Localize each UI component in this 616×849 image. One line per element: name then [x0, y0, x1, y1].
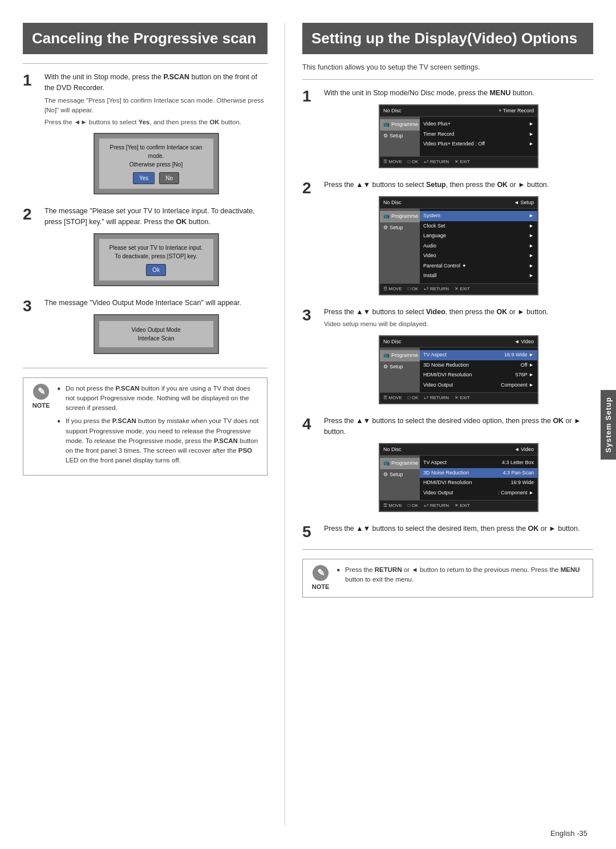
footer-bar: English -35: [550, 829, 587, 838]
right-step-2-text: Press the ▲▼ buttons to select Setup, th…: [324, 180, 593, 190]
note-icon-left: ✎: [33, 384, 49, 400]
step-3-text: The message "Video Output Mode Interlace…: [44, 298, 268, 308]
divider-1: [23, 63, 268, 64]
right-step-3-sub: Video setup menu will be displayed.: [324, 319, 593, 329]
step-num-1: 1: [23, 72, 40, 90]
note-label-right: ✎ NOTE: [310, 565, 331, 592]
right-title-box: Setting up the Display(Video) Options: [302, 23, 593, 54]
right-step-1: 1 With the unit in Stop mode/No Disc mod…: [302, 88, 593, 174]
left-step-1: 1 With the unit in Stop mode, press the …: [23, 72, 268, 200]
right-step-num-5: 5: [302, 523, 319, 541]
step-1-text: With the unit in Stop mode, press the P.…: [44, 72, 268, 94]
tv-menu-2: No Disc◄ Setup 📺 Programme ⚙ Setup Syste…: [379, 196, 538, 295]
screen-mockup-1: Press [Yes] to confirm Interlace scan mo…: [94, 133, 219, 194]
right-title: Setting up the Display(Video) Options: [311, 30, 584, 47]
screen-yes-btn: Yes: [133, 172, 155, 184]
right-column: Setting up the Display(Video) Options Th…: [285, 23, 593, 826]
step-1-sub2: Press the ◄► buttons to select Yes, and …: [44, 117, 268, 127]
right-step-2-content: Press the ▲▼ buttons to select Setup, th…: [324, 180, 593, 301]
step-2-content: The message "Please set your TV to Inter…: [44, 206, 268, 292]
step-1-pscan: P.SCAN: [163, 73, 189, 81]
right-note-box: ✎ NOTE Press the RETURN or ◄ button to r…: [302, 559, 593, 598]
right-step-3-content: Press the ▲▼ buttons to select Video, th…: [324, 307, 593, 411]
step-2-text: The message "Please set your TV to Inter…: [44, 206, 268, 228]
left-note-box: ✎ NOTE Do not press the P.SCAN button if…: [23, 377, 268, 476]
right-step-4-content: Press the ▲▼ buttons to select the desir…: [324, 416, 593, 518]
right-step-1-content: With the unit in Stop mode/No Disc mode,…: [324, 88, 593, 174]
footer-lang: English: [550, 829, 575, 838]
left-title: Canceling the Progressive scan: [32, 30, 258, 47]
divider-2: [23, 368, 268, 368]
right-step-3: 3 Press the ▲▼ buttons to select Video, …: [302, 307, 593, 411]
screen-mockup-3: Video Output Mode Interlace Scan: [94, 314, 219, 354]
screen-text-3: Video Output Mode Interlace Scan: [99, 321, 213, 347]
tv-menu-4: No Disc◄ Video 📺 Programme ⚙ Setup TV As…: [379, 443, 538, 513]
right-step-num-2: 2: [302, 180, 319, 197]
right-divider-1: [302, 79, 593, 80]
right-step-5-content: Press the ▲▼ buttons to select the desir…: [324, 523, 593, 537]
screen-text-1: Press [Yes] to confirm Interlace scan mo…: [99, 139, 213, 189]
right-step-3-text: Press the ▲▼ buttons to select Video, th…: [324, 307, 593, 318]
note-item-1: Do not press the P.SCAN button if you ar…: [58, 384, 260, 413]
step-1-sub1: The message "Press [Yes] to confirm Inte…: [44, 96, 268, 116]
right-step-num-1: 1: [302, 88, 319, 105]
note-label-left: ✎ NOTE: [30, 384, 52, 411]
system-setup-tab: System Setup: [601, 390, 616, 460]
screen-no-btn: No: [159, 172, 179, 184]
step-num-2: 2: [23, 206, 40, 224]
note-content-right: Press the RETURN or ◄ button to return t…: [337, 565, 586, 588]
note-item-2: If you press the P.SCAN button by mistak…: [58, 416, 260, 465]
right-divider-2: [302, 549, 593, 550]
tv-menu-2-header: No Disc◄ Setup: [380, 197, 537, 209]
step-1-content: With the unit in Stop mode, press the P.…: [44, 72, 268, 200]
right-step-1-text: With the unit in Stop mode/No Disc mode,…: [324, 88, 593, 99]
step-num-3: 3: [23, 298, 40, 315]
right-step-num-4: 4: [302, 416, 319, 433]
right-note-item-1: Press the RETURN or ◄ button to return t…: [337, 565, 586, 585]
screen-ok-btn: Ok: [146, 264, 166, 276]
right-step-4-text: Press the ▲▼ buttons to select the desir…: [324, 416, 593, 437]
screen-text-2: Please set your TV to Interlace input. T…: [99, 239, 213, 281]
right-step-5: 5 Press the ▲▼ buttons to select the des…: [302, 523, 593, 541]
left-column: Canceling the Progressive scan 1 With th…: [23, 23, 285, 826]
footer-page: -35: [577, 829, 587, 838]
tv-menu-4-header: No Disc◄ Video: [380, 444, 537, 456]
right-step-2: 2 Press the ▲▼ buttons to select Setup, …: [302, 180, 593, 301]
right-intro: This function allows you to setup the TV…: [302, 63, 593, 71]
tv-menu-3: No Disc◄ Video 📺 Programme ⚙ Setup TV As…: [379, 335, 538, 405]
screen-mockup-2: Please set your TV to Interlace input. T…: [94, 233, 219, 286]
note-content-left: Do not press the P.SCAN button if you ar…: [58, 384, 260, 469]
right-step-num-3: 3: [302, 307, 319, 324]
tv-menu-1-header: No Disc+ Timer Record: [380, 105, 537, 117]
left-step-2: 2 The message "Please set your TV to Int…: [23, 206, 268, 292]
right-step-4: 4 Press the ▲▼ buttons to select the des…: [302, 416, 593, 518]
step-3-content: The message "Video Output Mode Interlace…: [44, 298, 268, 360]
right-step-5-text: Press the ▲▼ buttons to select the desir…: [324, 523, 593, 534]
note-icon-right: ✎: [313, 565, 329, 581]
tv-menu-3-header: No Disc◄ Video: [380, 336, 537, 348]
left-step-3: 3 The message "Video Output Mode Interla…: [23, 298, 268, 360]
left-title-box: Canceling the Progressive scan: [23, 23, 268, 54]
tv-menu-1: No Disc+ Timer Record 📺 Programme ⚙ Setu…: [379, 104, 538, 168]
